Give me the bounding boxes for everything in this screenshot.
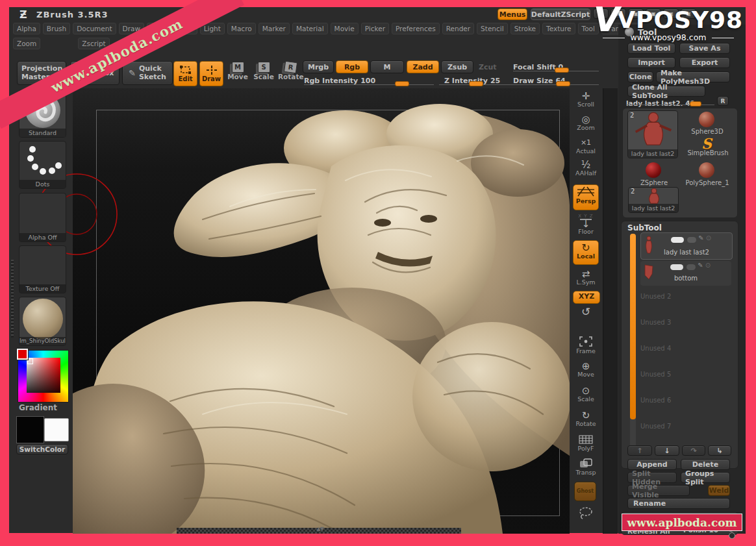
move-mode-button[interactable]: M Move xyxy=(226,62,249,81)
draw-size-slider[interactable]: Draw Size 64 xyxy=(513,73,599,86)
scale-mode-button[interactable]: S Scale xyxy=(252,62,275,81)
shelf-persp-button[interactable]: Persp xyxy=(573,184,599,210)
shelf-transp-button[interactable]: Transp xyxy=(573,458,599,476)
shelf-lasso-button[interactable] xyxy=(573,506,599,521)
main-color-swatch[interactable] xyxy=(16,416,44,443)
split-hidden-button[interactable]: Split Hidden xyxy=(627,472,677,483)
menu-document[interactable]: Document xyxy=(73,23,116,34)
menu-texture[interactable]: Texture xyxy=(542,23,575,34)
shelf-scale-button[interactable]: ⊙ Scale xyxy=(573,386,599,403)
active-tool-slider[interactable]: lady last last2. 49 xyxy=(626,96,714,106)
menu-zoom[interactable]: Zoom xyxy=(13,38,40,49)
visibility-eye-icon[interactable]: ⊙ xyxy=(706,234,711,242)
hue-cursor-icon[interactable] xyxy=(17,349,28,360)
shelf-aahalf-button[interactable]: ½ AAHalf xyxy=(573,160,599,177)
import-button[interactable]: Import xyxy=(627,57,675,68)
left-tray-divider-handle[interactable] xyxy=(11,260,14,338)
menu-preferences[interactable]: Preferences xyxy=(392,23,440,34)
menu-movie[interactable]: Movie xyxy=(331,23,359,34)
shelf-move-button[interactable]: ⊕ Move xyxy=(573,361,599,378)
shelf-scroll-button[interactable]: ✛ Scroll xyxy=(573,91,599,108)
zcut-button[interactable]: Zcut xyxy=(479,63,497,71)
tool-item-lady-small[interactable]: 2 lady last last2 xyxy=(628,187,679,213)
load-tool-button[interactable]: Load Tool xyxy=(627,43,675,54)
tool-item-lady-large[interactable]: 2 lady last last2 xyxy=(627,110,678,158)
eye-toggle-dim-icon[interactable] xyxy=(687,237,696,243)
tool-item-zsphere-icon[interactable] xyxy=(646,162,661,178)
subtool-item-selected[interactable]: ✎ ⊙ lady last last2 xyxy=(640,232,733,260)
secondary-color-swatch[interactable] xyxy=(44,418,69,441)
subtool-item-unused5[interactable]: Unused 5 xyxy=(640,371,731,378)
shelf-actual-button[interactable]: ×1 Actual xyxy=(573,138,599,155)
rgb-intensity-slider[interactable]: Rgb Intensity 100 xyxy=(304,73,434,86)
z-intensity-handle[interactable] xyxy=(469,81,483,86)
merge-visible-button[interactable]: Merge Visible xyxy=(627,485,690,496)
subtool-item-unused4[interactable]: Unused 4 xyxy=(640,345,731,352)
shelf-rotate-button[interactable]: ↻ Rotate xyxy=(573,410,599,427)
mrgb-button[interactable]: Mrgb xyxy=(303,60,334,73)
shelf-frame-button[interactable]: Frame xyxy=(573,336,599,354)
shelf-polyf-button[interactable]: PolyF xyxy=(573,435,599,452)
switch-color-button[interactable]: SwitchColor xyxy=(16,444,68,454)
menu-stroke[interactable]: Stroke xyxy=(510,23,540,34)
gradient-color-picker[interactable] xyxy=(18,350,69,403)
save-as-button[interactable]: Save As xyxy=(679,43,730,54)
menu-stencil[interactable]: Stencil xyxy=(477,23,508,34)
default-zscript-button[interactable]: DefaultZScript xyxy=(531,8,590,20)
panel-collapse-icon[interactable] xyxy=(729,532,735,539)
bottom-tray-divider[interactable]: ▲ ▼ xyxy=(177,528,461,534)
current-alpha-thumbnail[interactable]: Alpha Off xyxy=(19,193,66,242)
menu-macro[interactable]: Macro xyxy=(227,23,256,34)
shelf-spin-button[interactable]: ↺ xyxy=(573,306,599,317)
tool-item-polysphere-icon[interactable] xyxy=(699,162,714,178)
subtool-duplicate-button[interactable]: ↷ xyxy=(682,445,705,456)
eye-toggle-icon[interactable] xyxy=(671,237,684,243)
visibility-eye-icon[interactable]: ⊙ xyxy=(705,262,711,269)
menu-material[interactable]: Material xyxy=(292,23,328,34)
tool-r-button[interactable]: R xyxy=(717,96,729,106)
append-button[interactable]: Append xyxy=(627,459,677,470)
sv-cursor-icon[interactable] xyxy=(27,358,33,364)
zadd-button[interactable]: Zadd xyxy=(407,60,439,73)
right-tray-divider[interactable] xyxy=(603,88,618,534)
pen-icon[interactable]: ✎ xyxy=(698,262,703,269)
menus-button[interactable]: Menus xyxy=(498,8,527,20)
subtool-item-bottom[interactable]: ✎ ⊙ bottom xyxy=(640,261,731,286)
eye-toggle-icon[interactable] xyxy=(670,264,683,270)
active-tool-handle[interactable] xyxy=(690,101,701,106)
shelf-ghost-button[interactable]: Ghost xyxy=(574,482,596,501)
current-stroke-thumbnail[interactable]: Dots xyxy=(19,141,66,189)
subtool-item-unused2[interactable]: Unused 2 xyxy=(640,293,731,300)
tool-item-sphere3d-icon[interactable] xyxy=(699,112,714,127)
shelf-local-button[interactable]: ↻ Local xyxy=(573,240,599,265)
document-canvas[interactable]: ▲ ▼ xyxy=(73,88,570,534)
rgb-button[interactable]: Rgb xyxy=(336,60,368,73)
current-texture-thumbnail[interactable]: Texture Off xyxy=(19,245,66,293)
tray-collapse-down-icon[interactable]: ▼ xyxy=(320,526,324,532)
shelf-floor-button[interactable]: X Y Z ↓ Floor xyxy=(573,214,599,235)
subtool-item-unused6[interactable]: Unused 6 xyxy=(640,397,731,404)
groups-split-button[interactable]: Groups Split xyxy=(681,472,730,483)
rgb-intensity-handle[interactable] xyxy=(395,81,409,86)
shelf-xyz-button[interactable]: XYZ xyxy=(573,291,600,304)
m-button[interactable]: M xyxy=(370,60,404,73)
clone-all-subtools-button[interactable]: Clone All SubTools xyxy=(627,86,705,97)
clone-button[interactable]: Clone xyxy=(627,71,653,82)
rotate-mode-button[interactable]: R Rotate xyxy=(278,62,303,81)
export-button[interactable]: Export xyxy=(679,57,730,68)
eye-toggle-dim-icon[interactable] xyxy=(687,264,696,270)
menu-marker[interactable]: Marker xyxy=(258,23,290,34)
subtool-item-unused3[interactable]: Unused 3 xyxy=(640,319,731,326)
draw-mode-button[interactable]: Draw xyxy=(199,61,223,86)
quick-sketch-button[interactable]: ✎ Quick Sketch xyxy=(122,61,173,85)
menu-render[interactable]: Render xyxy=(442,23,474,34)
subtool-move-down-button[interactable]: ↓ xyxy=(655,445,679,456)
shelf-lsym-button[interactable]: ⇄ L.Sym xyxy=(573,269,599,286)
rename-button[interactable]: Rename xyxy=(627,498,730,509)
subtool-scrollbar[interactable] xyxy=(630,234,636,419)
focal-shift-handle[interactable] xyxy=(555,68,569,73)
subtool-move-up-button[interactable]: ↑ xyxy=(627,445,652,456)
menu-alpha[interactable]: Alpha xyxy=(13,23,40,34)
pen-icon[interactable]: ✎ xyxy=(698,234,703,242)
draw-size-handle[interactable] xyxy=(556,81,570,86)
